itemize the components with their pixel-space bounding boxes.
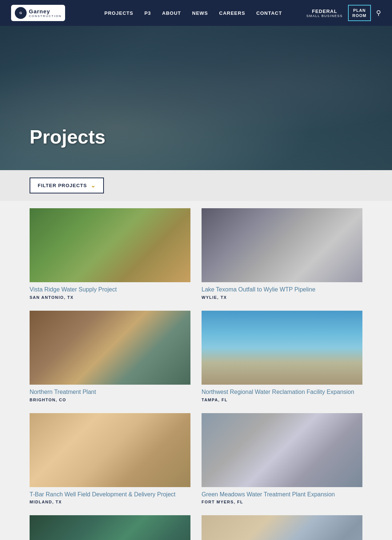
logo-name: Garney [29,9,61,14]
projects-grid: Vista Ridge Water Supply ProjectSAN ANTO… [30,208,362,540]
page-title: Projects [30,126,105,148]
project-name: Green Meadows Water Treatment Plant Expa… [202,491,362,499]
project-card[interactable]: Northern Treatment PlantBRIGHTON, CO [30,311,190,402]
project-image [202,515,362,540]
nav-right: FEDERAL SMALL BUSINESS PLAN ROOM ⚲ [307,5,381,21]
nav-p3[interactable]: P3 [144,10,151,16]
nav-contact[interactable]: CONTACT [256,10,282,16]
project-location: BRIGHTON, CO [30,398,190,402]
federal-label: FEDERAL [312,9,337,14]
search-button[interactable]: ⚲ [376,9,381,17]
nav-news[interactable]: NEWS [192,10,208,16]
project-card[interactable]: Lake Texoma Outfall to Wylie WTP Pipelin… [202,208,362,300]
project-card[interactable]: Vista Ridge Water Supply ProjectSAN ANTO… [30,208,190,300]
nav-links: PROJECTS P3 ABOUT NEWS CAREERS CONTACT [80,10,306,16]
project-location: SAN ANTONIO, TX [30,295,190,300]
projects-section: Vista Ridge Water Supply ProjectSAN ANTO… [0,201,392,540]
project-name: Lake Texoma Outfall to Wylie WTP Pipelin… [202,286,362,294]
project-location: WYLIE, TX [202,295,362,300]
hero-section: Projects [0,26,392,170]
nav-projects[interactable]: PROJECTS [104,10,133,16]
hero-content: Projects [30,126,105,148]
project-name: Vista Ridge Water Supply Project [30,286,190,294]
project-image [202,413,362,487]
project-name: Northwest Regional Water Reclamation Fac… [202,388,362,396]
project-location: MIDLAND, TX [30,500,190,504]
logo-icon: G [15,7,27,19]
project-image [30,413,190,487]
project-image [202,311,362,385]
small-business-label: SMALL BUSINESS [307,14,343,18]
federal-small-business: FEDERAL SMALL BUSINESS [307,9,343,18]
project-name: T-Bar Ranch Well Field Development & Del… [30,491,190,499]
project-card[interactable]: Monterey Peninsula Water Supply Project [202,515,362,540]
project-image [30,208,190,282]
project-location: TAMPA, FL [202,398,362,402]
hero-overlay [0,26,392,170]
project-card[interactable]: T-Bar Ranch Well Field Development & Del… [30,413,190,504]
filter-label: FILTER PROJECTS [38,183,87,188]
project-image [30,515,190,540]
filter-projects-button[interactable]: FILTER PROJECTS ⌄ [30,178,104,193]
logo[interactable]: G Garney CONSTRUCTION [11,5,65,21]
project-card[interactable]: Northwest Regional Water Reclamation Fac… [202,311,362,402]
nav-about[interactable]: ABOUT [162,10,181,16]
filter-section: FILTER PROJECTS ⌄ [0,170,392,201]
main-nav: G Garney CONSTRUCTION PROJECTS P3 ABOUT … [0,0,392,26]
project-location: FORT MYERS, FL [202,500,362,504]
project-image [202,208,362,282]
chevron-down-icon: ⌄ [91,182,96,189]
plan-room-button[interactable]: PLAN ROOM [348,5,371,21]
project-image [30,311,190,385]
project-card[interactable]: Green Meadows Water Treatment Plant Expa… [202,413,362,504]
logo-sub: CONSTRUCTION [29,15,61,18]
project-card[interactable]: Holston Army Ammunition Plant Modernizat… [30,515,190,540]
nav-careers[interactable]: CAREERS [219,10,246,16]
project-name: Northern Treatment Plant [30,388,190,396]
